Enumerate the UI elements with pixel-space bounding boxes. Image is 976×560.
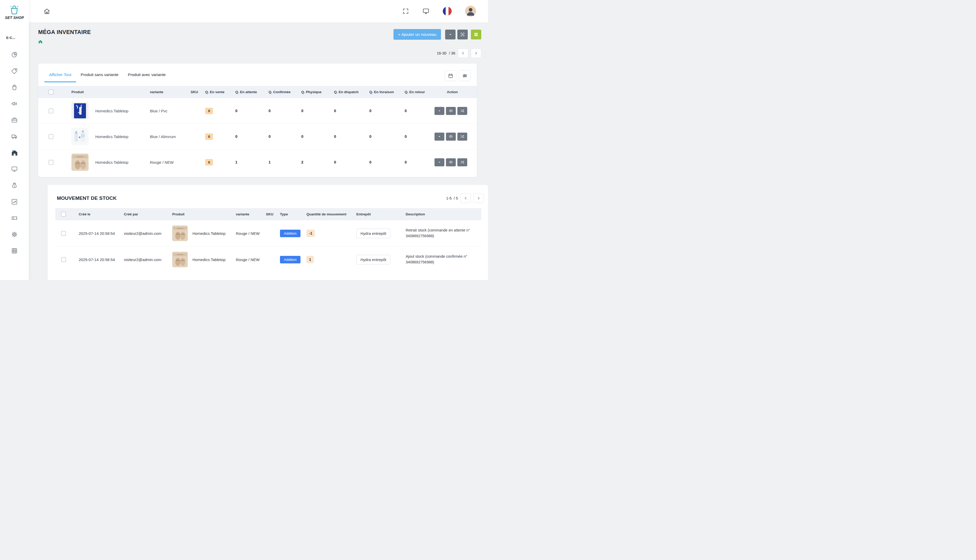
inventory-table: Produit variante SKU Q. En vente Q. En a… xyxy=(38,86,477,175)
product-name: Homedics Tabletop xyxy=(95,134,128,139)
fullscreen-icon xyxy=(402,8,409,15)
pos-screen-button[interactable] xyxy=(423,8,429,15)
topbar xyxy=(29,0,488,22)
grid-view-button[interactable] xyxy=(471,30,481,40)
sidebar-item-orders[interactable] xyxy=(0,112,29,128)
inventory-header-row: Produit variante SKU Q. En vente Q. En a… xyxy=(38,86,477,98)
next-page-button[interactable] xyxy=(473,193,484,203)
created-by: visiteur2@admin.com xyxy=(124,257,161,262)
breadcrumb-home-icon xyxy=(38,40,43,44)
col-cree-le: Créé le xyxy=(76,208,121,220)
q-return: 0 xyxy=(404,109,407,113)
sidebar-item-pos[interactable] xyxy=(0,161,29,177)
col-q-confirmee: Q. Confirmée xyxy=(266,86,299,98)
tab-produit-avec-variante[interactable]: Produit avec variante xyxy=(123,70,170,82)
col-cree-par: Créé par xyxy=(121,208,170,220)
row-checkbox[interactable] xyxy=(48,160,53,165)
tabs: Afficher Tout Produit sans variante Prod… xyxy=(44,70,170,82)
chevron-left-icon xyxy=(464,196,468,200)
filters-button[interactable] xyxy=(459,70,471,81)
user-avatar[interactable] xyxy=(465,6,476,17)
created-by: visiteur2@admin.com xyxy=(124,231,161,236)
row-checkbox[interactable] xyxy=(48,134,53,139)
toolbar: + Ajouter un nouveau xyxy=(393,29,481,40)
sidebar-section-label: E-C... xyxy=(0,36,15,40)
breadcrumb[interactable] xyxy=(38,40,91,44)
row-movements-button[interactable] xyxy=(457,107,467,115)
q-physical: 0 xyxy=(301,134,303,138)
col-sku: SKU xyxy=(188,86,202,98)
select-all-checkbox[interactable] xyxy=(61,212,66,217)
tab-produit-sans-variante[interactable]: Produit sans variante xyxy=(76,70,124,82)
variant: Blue / Alimnum xyxy=(150,134,176,139)
money-bag-icon xyxy=(11,182,18,189)
sidebar-item-products[interactable] xyxy=(0,79,29,95)
movement-qty-badge: -1 xyxy=(306,230,315,237)
row-view-button[interactable] xyxy=(446,107,456,115)
col-q-dispatch: Q. En dispatch xyxy=(331,86,367,98)
row-checkbox[interactable] xyxy=(61,257,66,262)
q-dispatch: 0 xyxy=(334,160,336,164)
sidebar-item-shipping[interactable] xyxy=(0,128,29,145)
row-movements-button[interactable] xyxy=(457,158,467,166)
row-dropdown-button[interactable] xyxy=(435,107,445,115)
product-name: Homedics Tabletop xyxy=(192,257,226,262)
col-produit: Produit xyxy=(170,208,233,220)
add-new-button[interactable]: + Ajouter un nouveau xyxy=(393,29,441,40)
row-view-button[interactable] xyxy=(446,133,456,141)
q-sale-badge: 0 xyxy=(205,133,213,140)
row-checkbox[interactable] xyxy=(61,231,66,236)
sidebar-item-reports[interactable] xyxy=(0,193,29,210)
table-row: Homedics Tabletop Blue / Alimnum 0 0 0 0… xyxy=(38,124,477,150)
q-delivery: 0 xyxy=(369,134,371,138)
brand-logo[interactable]: SET SHOP xyxy=(5,5,24,20)
product-image xyxy=(72,128,89,145)
row-dropdown-button[interactable] xyxy=(435,158,445,166)
eye-icon xyxy=(449,160,453,164)
home-button[interactable] xyxy=(43,8,50,15)
sidebar-item-inventory[interactable] xyxy=(0,145,29,161)
language-selector[interactable] xyxy=(443,7,452,15)
stock-movement-title: MOUVEMENT DE STOCK xyxy=(57,195,117,201)
sidebar-item-dashboard[interactable] xyxy=(0,47,29,63)
truck-icon xyxy=(11,133,18,140)
next-page-button[interactable] xyxy=(471,48,481,58)
fullscreen-button[interactable] xyxy=(402,8,409,15)
q-physical: 0 xyxy=(301,109,303,113)
q-sale-badge: 0 xyxy=(205,159,213,165)
type-badge: Addition xyxy=(280,256,301,263)
select-all-checkbox[interactable] xyxy=(48,90,53,95)
sidebar-item-finance[interactable] xyxy=(0,177,29,193)
variant: Blue / Pvc xyxy=(150,109,167,113)
prev-page-button[interactable] xyxy=(458,48,468,58)
brand-name: SET SHOP xyxy=(5,15,24,20)
product-image xyxy=(172,225,188,241)
pagination-range: 16-30 xyxy=(437,51,446,55)
row-movements-button[interactable] xyxy=(457,133,467,141)
sidebar-item-settings[interactable] xyxy=(0,226,29,243)
sidebar-item-tags[interactable] xyxy=(0,63,29,79)
product-image xyxy=(172,252,188,267)
add-options-dropdown-button[interactable] xyxy=(445,30,456,40)
sidebar-item-catalog[interactable] xyxy=(0,243,29,259)
row-dropdown-button[interactable] xyxy=(435,133,445,141)
chevron-right-icon xyxy=(474,51,478,55)
row-checkbox[interactable] xyxy=(48,108,53,113)
q-confirmed: 0 xyxy=(269,134,271,138)
scan-button[interactable] xyxy=(457,30,468,40)
prev-page-button[interactable] xyxy=(460,193,471,203)
caret-down-icon xyxy=(448,32,453,37)
col-q-retour: Q. En retour xyxy=(402,86,428,98)
warehouse-home-icon xyxy=(11,149,18,157)
col-q-livraison: Q. En livraison xyxy=(367,86,402,98)
date-filter-button[interactable] xyxy=(445,70,456,81)
movement-description: Ajout stock (commande confirmée n° 34086… xyxy=(406,254,479,265)
tab-afficher-tout[interactable]: Afficher Tout xyxy=(44,70,76,82)
row-view-button[interactable] xyxy=(446,158,456,166)
sidebar-item-coupons[interactable] xyxy=(0,210,29,226)
shuffle-icon xyxy=(460,160,465,164)
col-q-attente: Q. En attente xyxy=(233,86,266,98)
sidebar-item-marketing[interactable] xyxy=(0,95,29,112)
chevron-left-icon xyxy=(461,51,465,55)
q-sale-badge: 0 xyxy=(205,108,213,114)
